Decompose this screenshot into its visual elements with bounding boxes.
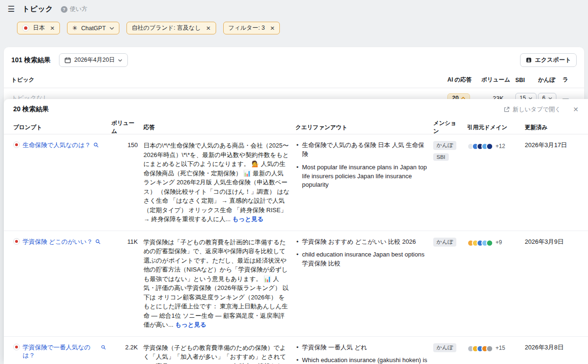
updated-date: 2026年3月9日 (525, 238, 579, 246)
favicon-stack (467, 142, 493, 150)
mention-badge: かんぽ (433, 141, 456, 150)
response-text: 学資保険は「子どもの教育費を計画的に準備するための貯蓄型保険」で、返戻率や保障内… (143, 239, 289, 329)
open-new-tab-label: 新しいタブで開く (513, 106, 561, 114)
open-new-tab-link[interactable]: 新しいタブで開く (504, 106, 561, 114)
col-volume: ボリューム (481, 76, 515, 84)
response-text: 学資保険（子どもの教育費準備のための保険）でよく「人気」「加入者が多い」「おすす… (143, 344, 290, 364)
export-label: エクスポート (535, 56, 571, 64)
date-picker-button[interactable]: 2026年4月20日 (59, 53, 128, 67)
help-label: 使い方 (70, 5, 88, 13)
japan-flag-icon (13, 344, 20, 350)
mention-badge: SBI (433, 153, 449, 161)
filter-chip-country[interactable]: 日本 ✕ (17, 22, 60, 34)
col-query-fanout: クエリファンアウト (295, 124, 428, 132)
updated-date: 2026年3月17日 (525, 141, 579, 149)
remove-country-filter-icon[interactable]: ✕ (49, 25, 55, 32)
menu-icon[interactable]: ☰ (8, 4, 15, 14)
col-mentions: メンション (433, 119, 462, 135)
response-cell: 学資保険（子どもの教育費準備のための保険）でよく「人気」「加入者が多い」「おすす… (143, 343, 290, 364)
chatgpt-icon: ✳ (72, 25, 77, 32)
source-domains: +15 (467, 343, 519, 352)
results-count: 101 検索結果 (11, 56, 50, 65)
col-kanpo: かんぽ (538, 76, 563, 84)
calendar-icon (65, 57, 71, 63)
export-button[interactable]: エクスポート (520, 53, 577, 67)
domains-more-count: +12 (496, 143, 505, 149)
fanout-item: child education insurance Japan best opt… (295, 250, 428, 268)
volume-value: 2.2K (111, 343, 138, 351)
favicon-stack (467, 239, 493, 247)
date-label: 2026年4月20日 (74, 56, 115, 64)
filter-chip-brand[interactable]: 自社のブランド: 言及なし ✕ (126, 22, 216, 34)
help-icon: ? (61, 6, 67, 13)
prompt-link[interactable]: 学資保険で一番人気なのは？ (13, 343, 106, 360)
show-more-link[interactable]: もっと見る (232, 215, 263, 223)
source-domains: +12 (467, 141, 519, 150)
domain-favicon-icon (486, 143, 493, 150)
japan-flag-icon (22, 25, 29, 32)
updated-date: 2026年3月8日 (525, 343, 579, 352)
col-topic: トピック (11, 76, 447, 84)
page-title: トピック (22, 4, 53, 14)
mentions-badges: かんぽ (433, 238, 462, 247)
fanout-item: 学資保険 おすすめ どこがいい 比較 2026 (295, 238, 428, 247)
search-icon (101, 345, 106, 350)
japan-flag-icon (13, 238, 20, 245)
remove-brand-filter-icon[interactable]: ✕ (205, 25, 211, 32)
favicon-stack (467, 344, 493, 352)
domain-favicon-icon (486, 345, 493, 352)
external-link-icon (504, 107, 510, 113)
fanout-item: Most popular life insurance plans in Jap… (295, 163, 428, 190)
domains-more-count: +9 (496, 239, 502, 246)
prompt-text: 学資保険で一番人気なのは？ (23, 343, 98, 360)
chip-label: 自社のブランド: 言及なし (132, 24, 201, 32)
col-volume: ボリューム (111, 119, 138, 135)
filter-chip-model[interactable]: ✳ ChatGPT (67, 22, 119, 34)
table-row: 学資保険 どこのがいい？ 11K 学資保険は「子どもの教育費を計画的に準備するた… (4, 231, 588, 337)
mention-badge: かんぽ (433, 238, 456, 247)
query-fanout-list: 学資保険 一番人気 どれ Which education insurance (… (295, 343, 428, 364)
col-ai-responses: AI の応答 (447, 76, 481, 84)
export-icon (526, 57, 532, 63)
response-cell: 学資保険は「子どもの教育費を計画的に準備するための貯蓄型保険」で、返戻率や保障内… (143, 238, 290, 330)
prompt-text: 生命保険で人気なのは？ (23, 141, 91, 149)
response-text: 日本の\*\*生命保険で人気のある商品・会社（2025〜2026年時点）\*\*… (143, 142, 290, 223)
topics-table-header: トピック AI の応答 ボリューム SBI かんぽ ラ (4, 72, 584, 88)
filter-chip-filters[interactable]: フィルター: 3 ✕ (223, 22, 280, 34)
table-row: 生命保険で人気なのは？ 150 日本の\*\*生命保険で人気のある商品・会社（2… (4, 134, 588, 231)
col-truncated: ラ (563, 76, 577, 84)
chip-label: 日本 (33, 24, 45, 32)
search-icon (93, 142, 99, 148)
response-cell: 日本の\*\*生命保険で人気のある商品・会社（2025〜2026年時点）\*\*… (143, 141, 290, 224)
detail-panel: 20 検索結果 新しいタブで開く ✕ プロンプト ボリューム 応答 クエリファン… (4, 99, 588, 364)
table-row: 学資保険で一番人気なのは？ 2.2K 学資保険（子どもの教育費準備のための保険）… (4, 337, 588, 364)
close-icon[interactable]: ✕ (573, 106, 579, 113)
detail-panel-header: 20 検索結果 新しいタブで開く ✕ (4, 99, 588, 119)
chevron-down-icon (109, 27, 114, 30)
volume-value: 150 (111, 141, 138, 149)
chevron-down-icon (118, 59, 122, 62)
show-more-link[interactable]: もっと見る (175, 321, 206, 328)
col-response: 応答 (143, 124, 290, 132)
search-icon (95, 239, 101, 244)
prompt-text: 学資保険 どこのがいい？ (23, 238, 92, 246)
filter-bar: 日本 ✕ ✳ ChatGPT 自社のブランド: 言及なし ✕ フィルター: 3 … (0, 15, 588, 34)
mention-badge: かんぽ (433, 343, 456, 352)
query-fanout-list: 生命保険で人気のある保険 日本 人気 生命保険 Most popular lif… (295, 141, 428, 194)
detail-table-header: プロンプト ボリューム 応答 クエリファンアウト メンション 引用元ドメイン 更… (4, 119, 588, 134)
prompt-link[interactable]: 生命保険で人気なのは？ (13, 141, 106, 149)
chip-label: ChatGPT (81, 25, 106, 32)
volume-value: 11K (111, 238, 138, 245)
remove-filters-icon[interactable]: ✕ (269, 25, 275, 32)
col-source-domains: 引用元ドメイン (467, 124, 519, 132)
query-fanout-list: 学資保険 おすすめ どこがいい 比較 2026 child education … (295, 238, 428, 273)
top-bar: ☰ トピック ? 使い方 (0, 0, 588, 15)
chip-label: フィルター: 3 (228, 24, 265, 32)
prompt-link[interactable]: 学資保険 どこのがいい？ (13, 238, 106, 246)
results-panel-header: 101 検索結果 2026年4月20日 エクスポート (4, 47, 584, 72)
help-link[interactable]: ? 使い方 (61, 5, 88, 13)
col-prompt: プロンプト (13, 124, 106, 132)
detail-title: 20 検索結果 (13, 105, 49, 114)
col-sbi: SBI (515, 77, 538, 83)
domains-more-count: +15 (496, 345, 505, 351)
